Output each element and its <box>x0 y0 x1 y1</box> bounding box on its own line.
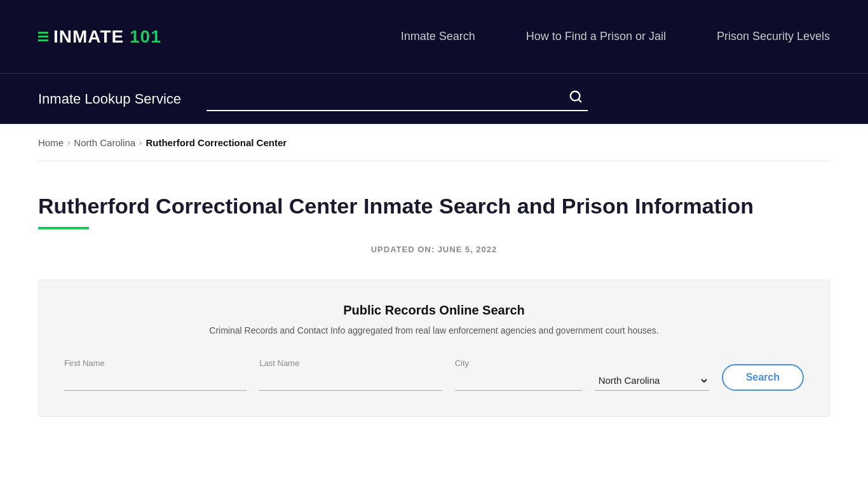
state-field: North CarolinaAlabamaAlaskaArizonaArkans… <box>595 356 709 391</box>
public-records-subtitle: Criminal Records and Contact Info aggreg… <box>64 324 804 337</box>
search-input[interactable] <box>207 88 564 109</box>
nav-links: Inmate Search How to Find a Prison or Ja… <box>401 30 830 43</box>
last-name-field: Last Name <box>259 358 442 391</box>
updated-text: UPDATED ON: JUNE 5, 2022 <box>38 245 830 254</box>
first-name-input[interactable] <box>64 372 247 391</box>
breadcrumb-current: Rutherford Correctional Center <box>146 137 287 148</box>
main-content: Rutherford Correctional Center Inmate Se… <box>0 161 868 442</box>
title-underline <box>38 227 89 229</box>
breadcrumb-chevron-2: › <box>139 138 142 147</box>
public-records-title: Public Records Online Search <box>64 303 804 318</box>
state-label <box>595 356 709 367</box>
nav-inmate-search[interactable]: Inmate Search <box>401 30 475 43</box>
city-input[interactable] <box>455 372 582 391</box>
search-submit-button[interactable] <box>564 87 588 110</box>
svg-line-1 <box>578 99 581 102</box>
public-records-search-button[interactable]: Search <box>722 364 804 391</box>
last-name-input[interactable] <box>259 372 442 391</box>
public-records-box: Public Records Online Search Criminal Re… <box>38 280 830 417</box>
breadcrumb: Home › North Carolina › Rutherford Corre… <box>38 137 830 148</box>
breadcrumb-chevron-1: › <box>67 138 70 147</box>
breadcrumb-section: Home › North Carolina › Rutherford Corre… <box>0 125 868 161</box>
breadcrumb-state[interactable]: North Carolina <box>74 137 135 148</box>
first-name-label: First Name <box>64 358 247 368</box>
search-bar-label: Inmate Lookup Service <box>38 91 181 107</box>
city-label: City <box>455 358 582 368</box>
nav-security-levels[interactable]: Prison Security Levels <box>717 30 830 43</box>
search-bar-section: Inmate Lookup Service <box>0 73 868 124</box>
top-nav: INMATE 101 Inmate Search How to Find a P… <box>0 0 868 73</box>
public-records-form: First Name Last Name City North Carolina… <box>64 356 804 391</box>
logo-text: INMATE 101 <box>53 27 161 47</box>
page-title: Rutherford Correctional Center Inmate Se… <box>38 193 830 219</box>
logo-icon <box>38 32 48 41</box>
logo[interactable]: INMATE 101 <box>38 27 161 47</box>
search-input-container <box>207 87 588 111</box>
last-name-label: Last Name <box>259 358 442 368</box>
search-icon <box>569 90 583 104</box>
nav-how-to-find[interactable]: How to Find a Prison or Jail <box>526 30 666 43</box>
state-select[interactable]: North CarolinaAlabamaAlaskaArizonaArkans… <box>595 370 709 391</box>
city-field: City <box>455 358 582 391</box>
first-name-field: First Name <box>64 358 247 391</box>
breadcrumb-home[interactable]: Home <box>38 137 64 148</box>
